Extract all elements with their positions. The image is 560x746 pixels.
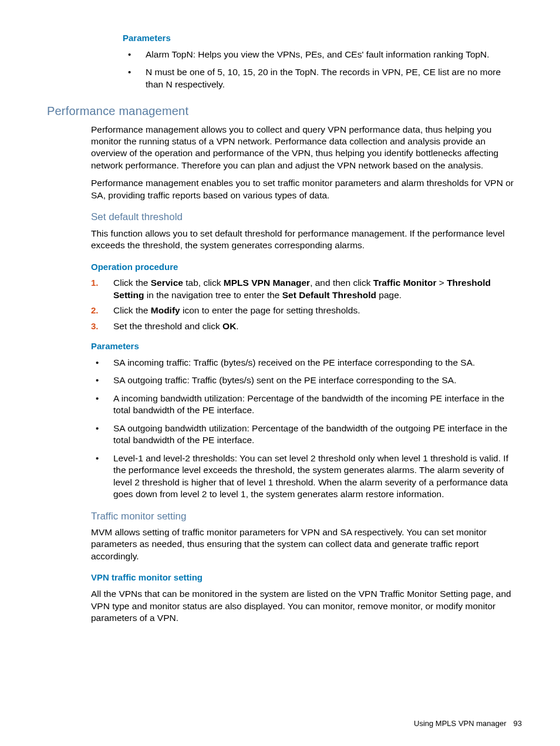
heading-vpn-traffic-monitor-setting: VPN traffic monitor setting [91, 572, 516, 583]
body-text: Performance management enables you to se… [91, 177, 516, 201]
list-item: Alarm TopN: Helps you view the VPNs, PEs… [123, 49, 516, 60]
section-performance: Performance management allows you to col… [91, 124, 516, 625]
heading-parameters: Parameters [91, 340, 516, 352]
list-item: Set the threshold and click OK. [91, 320, 516, 332]
footer-text: Using MPLS VPN manager [414, 719, 507, 728]
list-item: SA outgoing traffic: Traffic (bytes/s) s… [91, 374, 516, 386]
bullet-list: Alarm TopN: Helps you view the VPNs, PEs… [123, 49, 516, 90]
body-text: All the VPNs that can be monitored in th… [91, 588, 516, 624]
bullet-list: SA incoming traffic: Traffic (bytes/s) r… [91, 357, 516, 501]
heading-performance-management: Performance management [47, 103, 516, 119]
list-item: A incoming bandwidth utilization: Percen… [91, 393, 516, 417]
text: Click the [113, 305, 151, 315]
ordered-list: Click the Service tab, click MPLS VPN Ma… [91, 277, 516, 332]
text: . [236, 321, 238, 331]
heading-parameters: Parameters [123, 32, 516, 44]
text-bold: Service [151, 278, 183, 288]
text-bold: Modify [151, 305, 180, 315]
text: > [436, 278, 447, 288]
text: tab, click [183, 278, 224, 288]
text: , and then click [310, 278, 373, 288]
page-footer: Using MPLS VPN manager93 [414, 718, 522, 728]
body-text: This function allows you to set default … [91, 228, 516, 252]
list-item: Click the Service tab, click MPLS VPN Ma… [91, 277, 516, 301]
heading-operation-procedure: Operation procedure [91, 261, 516, 273]
page: Parameters Alarm TopN: Helps you view th… [0, 0, 560, 746]
section-parameters-top: Parameters Alarm TopN: Helps you view th… [91, 32, 516, 90]
text: icon to enter the page for setting thres… [180, 305, 360, 315]
text-bold: Set Default Threshold [282, 290, 376, 300]
text: in the navigation tree to enter the [144, 290, 282, 300]
heading-traffic-monitor-setting: Traffic monitor setting [91, 510, 516, 523]
text-bold: Traffic Monitor [373, 278, 437, 288]
page-number: 93 [514, 719, 522, 728]
text: Set the threshold and click [113, 321, 222, 331]
list-item: SA incoming traffic: Traffic (bytes/s) r… [91, 357, 516, 369]
body-text: MVM allows setting of traffic monitor pa… [91, 526, 516, 562]
body-text: Performance management allows you to col… [91, 124, 516, 172]
text-bold: OK [222, 321, 236, 331]
text: page. [376, 290, 402, 300]
list-item: Level-1 and level-2 thresholds: You can … [91, 453, 516, 501]
list-item: SA outgoing bandwidth utilization: Perce… [91, 423, 516, 447]
list-item: N must be one of 5, 10, 15, 20 in the To… [123, 66, 516, 90]
text-bold: MPLS VPN Manager [224, 278, 310, 288]
text: Click the [113, 278, 151, 288]
list-item: Click the Modify icon to enter the page … [91, 305, 516, 316]
heading-set-default-threshold: Set default threshold [91, 211, 516, 224]
